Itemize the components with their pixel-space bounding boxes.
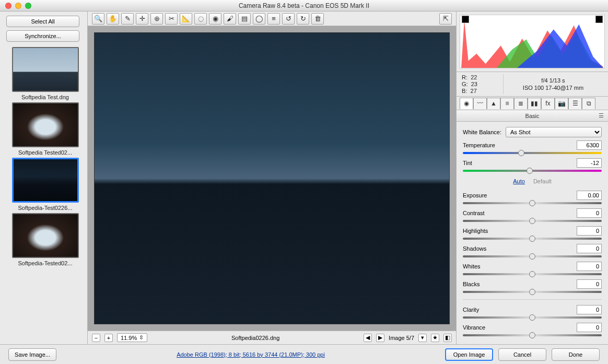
tab-basic-icon[interactable]: ◉: [460, 98, 473, 109]
blacks-slider[interactable]: [463, 290, 602, 294]
thumb-image[interactable]: [12, 102, 79, 147]
preview-image[interactable]: [94, 32, 450, 324]
blacks-label: Blacks: [463, 281, 480, 287]
clarity-slider[interactable]: [463, 315, 602, 320]
highlights-value[interactable]: 0: [577, 226, 602, 236]
thumb-image[interactable]: [12, 213, 79, 258]
panel-menu-icon[interactable]: ☰: [599, 112, 604, 119]
zoom-out-icon[interactable]: −: [92, 334, 100, 342]
default-link[interactable]: Default: [533, 178, 552, 184]
tab-lens-icon[interactable]: ▮▮: [528, 98, 541, 109]
contrast-value[interactable]: 0: [577, 208, 602, 218]
prev-image-icon[interactable]: ◀: [364, 334, 372, 342]
contrast-slider[interactable]: [463, 219, 602, 223]
vibrance-value[interactable]: 0: [577, 323, 602, 332]
highlights-slider[interactable]: [463, 237, 602, 241]
preferences-tool-icon[interactable]: ≡: [267, 13, 280, 25]
white-balance-tool-icon[interactable]: ✎: [121, 13, 134, 25]
rating-icon[interactable]: ★: [431, 334, 439, 342]
red-eye-tool-icon[interactable]: ◉: [209, 13, 221, 25]
thumb[interactable]: Softpedia Tested02...: [6, 102, 84, 156]
status-bar: − + 11.9% ⇳ Softpedia0226.dng ◀ ▶ Image …: [88, 331, 456, 344]
open-image-button[interactable]: Open Image: [445, 348, 493, 361]
white-balance-select[interactable]: As Shot: [506, 127, 602, 137]
save-image-button[interactable]: Save Image...: [8, 348, 56, 361]
whites-value[interactable]: 0: [577, 262, 602, 271]
done-button[interactable]: Done: [552, 348, 600, 361]
histogram: [457, 11, 608, 72]
preview-panel: 🔍 ✋ ✎ ✛ ⊕ ✂ 📐 ◌ ◉ 🖌 ▤ ◯ ≡ ↺ ↻ 🗑 ⇱ − + 1: [88, 11, 457, 344]
info-readout: R: 22 G: 23 B: 27 f/4 1/13 s ISO 100 17-…: [457, 72, 608, 97]
vibrance-slider[interactable]: [463, 333, 602, 337]
tab-fx-icon[interactable]: fx: [541, 98, 555, 109]
clarity-value[interactable]: 0: [577, 305, 602, 314]
exposure-label: Exposure: [463, 192, 487, 198]
synchronize-button[interactable]: Synchronize...: [6, 30, 79, 42]
whites-slider[interactable]: [463, 272, 602, 276]
spot-removal-tool-icon[interactable]: ◌: [194, 13, 207, 25]
temperature-value[interactable]: 6300: [577, 140, 602, 150]
zoom-tool-icon[interactable]: 🔍: [92, 13, 104, 25]
separator: [463, 299, 602, 300]
shadows-value[interactable]: 0: [577, 244, 602, 253]
delete-tool-icon[interactable]: 🗑: [311, 13, 324, 25]
readout-r: R: 22: [462, 74, 503, 80]
tint-label: Tint: [463, 160, 472, 166]
crop-tool-icon[interactable]: ✂: [165, 13, 178, 25]
thumb[interactable]: Softpedia-Test0226...: [6, 158, 84, 211]
straighten-tool-icon[interactable]: 📐: [180, 13, 192, 25]
next-image-icon[interactable]: ▶: [376, 334, 384, 342]
toggle-fullscreen-icon[interactable]: ⇱: [439, 13, 452, 25]
tab-snapshots-icon[interactable]: ⧉: [582, 98, 595, 109]
cancel-button[interactable]: Cancel: [498, 348, 546, 361]
temperature-slider[interactable]: [463, 151, 602, 155]
select-all-button[interactable]: Select All: [6, 16, 79, 27]
shadow-clip-warning-icon[interactable]: [462, 16, 469, 23]
blacks-value[interactable]: 0: [577, 279, 602, 289]
zoom-in-icon[interactable]: +: [104, 334, 113, 342]
window-controls: [0, 3, 31, 9]
tab-camera-icon[interactable]: 📷: [555, 98, 568, 109]
filmstrip[interactable]: Softpedia Test.dng Softpedia Tested02...…: [6, 47, 84, 342]
filter-icon[interactable]: ▾: [418, 334, 427, 342]
thumb[interactable]: Softpedia-Tested02...: [6, 213, 84, 266]
close-window-button[interactable]: [5, 3, 11, 9]
zoom-level[interactable]: 11.9% ⇳: [117, 333, 147, 342]
tab-presets-icon[interactable]: ☰: [568, 98, 582, 109]
hand-tool-icon[interactable]: ✋: [107, 13, 119, 25]
thumb-image[interactable]: [12, 47, 79, 92]
rotate-cw-tool-icon[interactable]: ↻: [297, 13, 309, 25]
thumb-label: Softpedia-Tested02...: [9, 260, 82, 266]
tab-detail-icon[interactable]: ▲: [487, 98, 500, 109]
rotate-ccw-tool-icon[interactable]: ↺: [282, 13, 295, 25]
minimize-window-button[interactable]: [15, 3, 21, 9]
contrast-label: Contrast: [463, 210, 485, 216]
chevron-updown-icon[interactable]: ⇳: [139, 334, 144, 341]
panel-header: Basic ☰: [457, 110, 608, 122]
exposure-slider[interactable]: [463, 201, 602, 205]
radial-filter-tool-icon[interactable]: ◯: [253, 13, 265, 25]
image-counter: Image 5/7: [389, 335, 414, 341]
temperature-label: Temperature: [463, 142, 495, 148]
highlight-clip-warning-icon[interactable]: [595, 16, 603, 23]
label-icon[interactable]: ◧: [443, 334, 452, 342]
exposure-value[interactable]: 0.00: [577, 191, 602, 200]
panel-tabs: ◉ 〰 ▲ ≡ ≣ ▮▮ fx 📷 ☰ ⧉: [457, 97, 608, 110]
shadows-slider[interactable]: [463, 254, 602, 259]
tint-slider[interactable]: [463, 169, 602, 173]
brush-tool-icon[interactable]: 🖌: [224, 13, 236, 25]
tab-curve-icon[interactable]: 〰: [473, 98, 487, 109]
targeted-adjust-tool-icon[interactable]: ⊕: [150, 13, 163, 25]
workflow-options-link[interactable]: Adobe RGB (1998); 8 bit; 5616 by 3744 (2…: [177, 351, 325, 358]
thumb-image[interactable]: [12, 158, 79, 203]
maximize-window-button[interactable]: [25, 3, 31, 9]
tool-toolbar: 🔍 ✋ ✎ ✛ ⊕ ✂ 📐 ◌ ◉ 🖌 ▤ ◯ ≡ ↺ ↻ 🗑 ⇱: [88, 11, 456, 26]
graduated-filter-tool-icon[interactable]: ▤: [238, 13, 251, 25]
color-sampler-tool-icon[interactable]: ✛: [136, 13, 148, 25]
thumb[interactable]: Softpedia Test.dng: [6, 47, 84, 100]
tint-value[interactable]: -12: [577, 158, 602, 168]
auto-link[interactable]: Auto: [513, 178, 525, 184]
tab-split-icon[interactable]: ≣: [514, 98, 528, 109]
tab-hsl-icon[interactable]: ≡: [500, 98, 514, 109]
readout-g: G: 23: [462, 81, 503, 87]
